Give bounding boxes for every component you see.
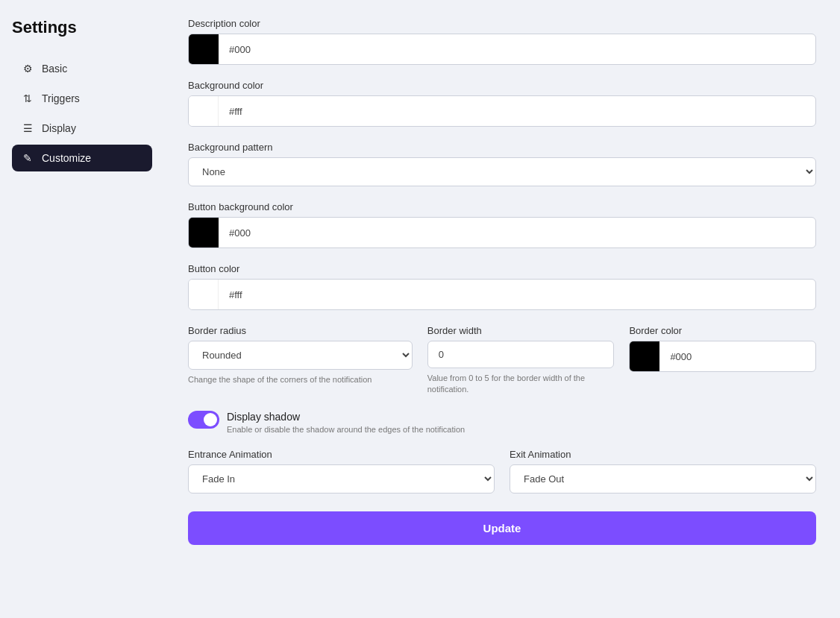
sidebar-item-triggers[interactable]: ⇅ Triggers xyxy=(12,85,152,112)
description-color-input-row xyxy=(188,34,816,65)
update-button[interactable]: Update xyxy=(188,511,816,545)
border-width-col: Border width Value from 0 to 5 for the b… xyxy=(427,325,615,396)
sidebar-item-display[interactable]: ☰ Display xyxy=(12,115,152,142)
page-title: Settings xyxy=(12,18,152,37)
exit-animation-col: Exit Animation Fade Out Slide Out Bounce… xyxy=(510,449,816,494)
display-shadow-desc: Enable or disable the shadow around the … xyxy=(227,425,465,434)
entrance-animation-col: Entrance Animation Fade In Slide In Boun… xyxy=(188,449,495,494)
background-color-field[interactable] xyxy=(219,98,815,124)
border-width-help: Value from 0 to 5 for the border width o… xyxy=(427,373,615,396)
button-bg-color-field[interactable] xyxy=(219,220,815,246)
button-bg-color-input-row xyxy=(188,217,816,248)
border-width-field[interactable] xyxy=(427,341,615,368)
background-pattern-section: Background pattern None Dots Lines Grid xyxy=(188,142,816,186)
gear-icon: ⚙ xyxy=(21,63,34,75)
border-width-label: Border width xyxy=(427,325,615,336)
background-pattern-label: Background pattern xyxy=(188,142,816,153)
background-color-section: Background color xyxy=(188,80,816,127)
description-color-label: Description color xyxy=(188,18,816,29)
sidebar-item-label: Triggers xyxy=(42,92,80,104)
border-radius-col: Border radius Rounded Square Pill Change… xyxy=(188,325,413,396)
customize-icon: ✎ xyxy=(21,152,34,164)
button-color-field[interactable] xyxy=(219,282,815,308)
border-color-field[interactable] xyxy=(659,344,815,370)
entrance-animation-select[interactable]: Fade In Slide In Bounce In None xyxy=(188,464,495,494)
sidebar-item-label: Basic xyxy=(42,63,67,75)
description-color-swatch[interactable] xyxy=(189,34,219,64)
button-bg-color-label: Button background color xyxy=(188,201,816,212)
border-color-swatch[interactable] xyxy=(630,341,659,371)
main-content: Description color Background color Backg… xyxy=(164,0,840,618)
exit-animation-select[interactable]: Fade Out Slide Out Bounce Out None xyxy=(510,464,816,494)
exit-animation-label: Exit Animation xyxy=(510,449,816,460)
border-radius-select[interactable]: Rounded Square Pill xyxy=(188,341,413,370)
entrance-animation-label: Entrance Animation xyxy=(188,449,495,460)
description-color-section: Description color xyxy=(188,18,816,65)
button-bg-color-swatch[interactable] xyxy=(189,218,219,247)
sidebar-item-basic[interactable]: ⚙ Basic xyxy=(12,55,152,82)
border-color-label: Border color xyxy=(629,325,816,336)
sidebar: Settings ⚙ Basic ⇅ Triggers ☰ Display ✎ … xyxy=(0,0,164,618)
animation-row: Entrance Animation Fade In Slide In Boun… xyxy=(188,449,816,494)
border-radius-label: Border radius xyxy=(188,325,413,336)
border-color-col: Border color xyxy=(629,325,816,396)
button-bg-color-section: Button background color xyxy=(188,201,816,248)
border-radius-help: Change the shape of the corners of the n… xyxy=(188,374,413,385)
display-shadow-row: Display shadow Enable or disable the sha… xyxy=(188,411,816,434)
sidebar-item-label: Display xyxy=(42,122,76,134)
background-color-input-row xyxy=(188,95,816,127)
display-icon: ☰ xyxy=(21,122,34,134)
display-shadow-toggle[interactable] xyxy=(188,411,219,429)
button-color-input-row xyxy=(188,279,816,310)
background-color-swatch[interactable] xyxy=(189,96,219,126)
sidebar-item-customize[interactable]: ✎ Customize xyxy=(12,145,152,171)
display-shadow-labels: Display shadow Enable or disable the sha… xyxy=(227,411,465,434)
background-pattern-select[interactable]: None Dots Lines Grid xyxy=(188,157,816,186)
description-color-field[interactable] xyxy=(219,37,815,63)
border-color-input-row xyxy=(629,341,816,372)
border-settings-row: Border radius Rounded Square Pill Change… xyxy=(188,325,816,396)
button-color-section: Button color xyxy=(188,263,816,310)
button-color-swatch[interactable] xyxy=(189,280,219,309)
sidebar-item-label: Customize xyxy=(42,152,91,164)
triggers-icon: ⇅ xyxy=(21,92,34,104)
display-shadow-title: Display shadow xyxy=(227,411,465,423)
button-color-label: Button color xyxy=(188,263,816,274)
background-color-label: Background color xyxy=(188,80,816,91)
